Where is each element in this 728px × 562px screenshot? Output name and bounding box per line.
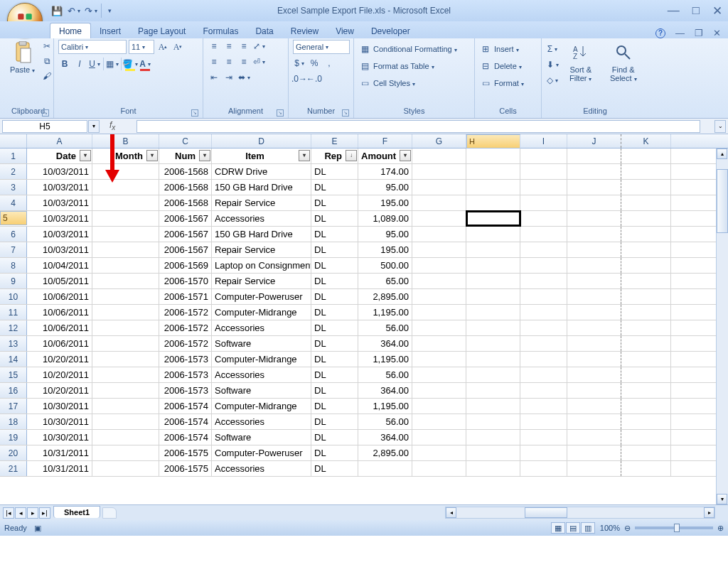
vertical-scrollbar[interactable]: ▴ ▾	[716, 148, 728, 504]
cell-C6[interactable]: 2006-1567	[159, 227, 212, 242]
cell-J1[interactable]	[567, 148, 621, 163]
row-header-11[interactable]: 11	[0, 305, 27, 320]
zoom-level[interactable]: 100%	[600, 524, 620, 532]
row-header-10[interactable]: 10	[0, 289, 27, 304]
autosum-icon[interactable]: Σ	[546, 43, 559, 55]
cell-I21[interactable]	[520, 461, 567, 476]
col-header-B[interactable]: B	[92, 134, 159, 148]
cell-J8[interactable]	[567, 258, 621, 273]
cell-G2[interactable]	[412, 164, 466, 179]
italic-button[interactable]: I	[73, 58, 86, 70]
horizontal-scrollbar[interactable]: ◂ ▸	[445, 507, 715, 519]
cell-D21[interactable]: Accessories	[212, 461, 311, 476]
row-header-13[interactable]: 13	[0, 336, 27, 351]
comma-format-icon[interactable]: ,	[323, 57, 336, 70]
cell-I4[interactable]	[520, 195, 567, 210]
col-header-I[interactable]: I	[520, 134, 567, 148]
cell-I9[interactable]	[520, 274, 567, 288]
bold-button[interactable]: B	[58, 58, 71, 70]
cell-J14[interactable]	[567, 352, 621, 367]
cell-E9[interactable]: DL	[311, 274, 358, 288]
row-header-17[interactable]: 17	[0, 399, 27, 414]
percent-format-icon[interactable]: %	[308, 57, 321, 70]
orientation-icon[interactable]: ⤢	[252, 40, 265, 53]
cell-F17[interactable]: 1,195.00	[358, 399, 412, 414]
tab-developer[interactable]: Developer	[363, 23, 419, 38]
cell-I13[interactable]	[520, 336, 567, 351]
cell-J17[interactable]	[567, 399, 621, 414]
cell-F2[interactable]: 174.00	[358, 164, 412, 179]
cell-G6[interactable]	[412, 227, 466, 242]
cell-H14[interactable]	[466, 352, 520, 367]
tab-formulas[interactable]: Formulas	[194, 23, 247, 38]
qat-save-icon[interactable]: 💾	[50, 4, 64, 18]
cell-H15[interactable]	[466, 367, 520, 382]
underline-button[interactable]: U	[88, 58, 101, 70]
increase-decimal-icon[interactable]: .0→	[293, 72, 306, 85]
cell-C15[interactable]: 2006-1573	[159, 367, 212, 382]
mdi-minimize-button[interactable]: —	[675, 28, 685, 38]
cell-C21[interactable]: 2006-1575	[159, 461, 212, 476]
cell-J4[interactable]	[567, 195, 621, 210]
cell-A20[interactable]: 10/31/2011	[27, 445, 92, 460]
cell-K15[interactable]	[621, 367, 671, 382]
cell-J18[interactable]	[567, 414, 621, 429]
cell-B9[interactable]	[92, 274, 159, 288]
cell-E20[interactable]: DL	[311, 445, 358, 460]
cell-G3[interactable]	[412, 180, 466, 195]
insert-cells-button[interactable]: ⊞Insert	[479, 43, 524, 55]
scroll-up-button[interactable]: ▴	[717, 148, 727, 159]
cell-D4[interactable]: Repair Service	[212, 195, 311, 210]
cell-B16[interactable]	[92, 383, 159, 398]
cell-A18[interactable]: 10/30/2011	[27, 414, 92, 429]
sheet-nav-prev[interactable]: ◂	[15, 507, 26, 519]
cell-F16[interactable]: 364.00	[358, 383, 412, 398]
cell-B15[interactable]	[92, 367, 159, 382]
indent-icon[interactable]: ⇥	[223, 71, 235, 84]
align-top-icon[interactable]: ≡	[208, 40, 220, 53]
cell-D3[interactable]: 150 GB Hard Drive	[212, 180, 311, 195]
cell-I6[interactable]	[520, 227, 567, 242]
cell-F7[interactable]: 195.00	[358, 242, 412, 257]
cut-icon[interactable]: ✂	[41, 40, 53, 53]
cell-I8[interactable]	[520, 258, 567, 273]
cell-D11[interactable]: Computer-Midrange	[212, 305, 311, 320]
cell-B10[interactable]	[92, 289, 159, 304]
cell-H18[interactable]	[466, 414, 520, 429]
cell-H10[interactable]	[466, 289, 520, 304]
cell-B13[interactable]	[92, 336, 159, 351]
col-header-E[interactable]: E	[311, 134, 358, 148]
cell-H12[interactable]	[466, 320, 520, 335]
cell-A4[interactable]: 10/03/2011	[27, 195, 92, 210]
row-header-3[interactable]: 3	[0, 180, 27, 195]
filter-dropdown-D[interactable]: ▾	[299, 150, 310, 161]
cell-I16[interactable]	[520, 383, 567, 398]
cell-K2[interactable]	[621, 164, 671, 179]
cell-K11[interactable]	[621, 305, 671, 320]
cell-K9[interactable]	[621, 274, 671, 288]
cell-E10[interactable]: DL	[311, 289, 358, 304]
outdent-icon[interactable]: ⇤	[208, 71, 220, 84]
cell-G8[interactable]	[412, 258, 466, 273]
col-header-H[interactable]: H	[466, 134, 520, 148]
cell-I7[interactable]	[520, 242, 567, 257]
page-layout-view-icon[interactable]: ▤	[566, 522, 580, 534]
cell-G20[interactable]	[412, 445, 466, 460]
qat-customize-icon[interactable]: ▾	[101, 4, 115, 18]
help-icon[interactable]: ?	[655, 28, 665, 38]
cell-A16[interactable]: 10/20/2011	[27, 383, 92, 398]
zoom-in-button[interactable]: ⊕	[717, 524, 724, 533]
filter-dropdown-B[interactable]: ▾	[146, 150, 158, 161]
cell-C14[interactable]: 2006-1573	[159, 352, 212, 367]
cell-B20[interactable]	[92, 445, 159, 460]
cell-B14[interactable]	[92, 352, 159, 367]
cell-J19[interactable]	[567, 430, 621, 445]
cell-C8[interactable]: 2006-1569	[159, 258, 212, 273]
cell-E11[interactable]: DL	[311, 305, 358, 320]
number-dialog-launcher[interactable]: ↘	[342, 109, 349, 117]
cell-E15[interactable]: DL	[311, 367, 358, 382]
cell-K17[interactable]	[621, 399, 671, 414]
fx-icon[interactable]: fx	[109, 120, 115, 131]
cell-B2[interactable]	[92, 164, 159, 179]
cell-E3[interactable]: DL	[311, 180, 358, 195]
